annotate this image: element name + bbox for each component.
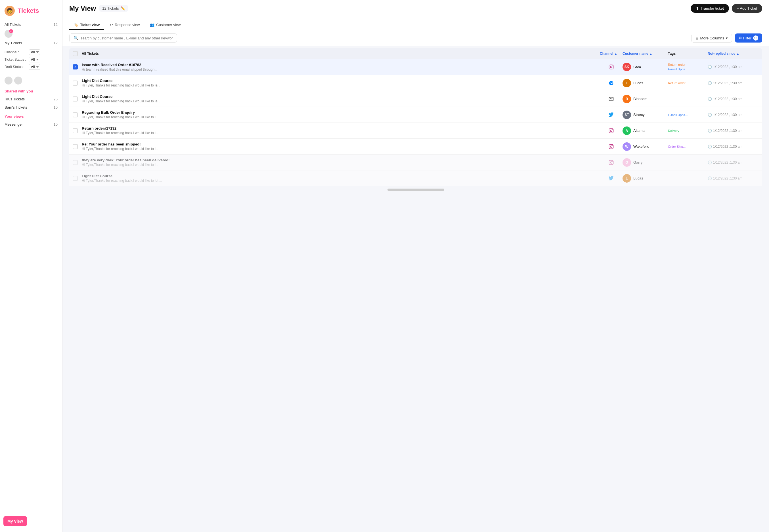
timestamp-value: 1/12/2022 ,1:30 am — [713, 81, 742, 85]
my-view-button[interactable]: My View — [3, 516, 27, 526]
search-input[interactable] — [81, 36, 173, 40]
sidebar-my-tickets-label: My Tickets — [5, 41, 22, 45]
channel-cell — [600, 111, 623, 119]
clock-icon: 🕐 — [708, 161, 712, 164]
channel-filter-label: Channel : — [5, 50, 27, 54]
filter-button[interactable]: ⧉ Filter 13 — [735, 33, 762, 43]
channel-icon-instagram — [607, 127, 615, 135]
select-all-checkbox[interactable] — [73, 51, 78, 56]
col-channel[interactable]: Channel ▲ — [600, 52, 623, 56]
row-checkbox[interactable] — [73, 176, 78, 181]
edit-icon[interactable]: ✏️ — [121, 6, 125, 10]
tags-cell: Order Ship... — [668, 144, 708, 149]
col-customer-name[interactable]: Customer name ▲ — [623, 52, 668, 56]
row-checkbox-wrap[interactable] — [73, 128, 82, 133]
your-views-label: Your views — [0, 111, 62, 120]
row-checkbox[interactable] — [73, 128, 78, 133]
table-header: All Tickets Channel ▲ Customer name ▲ Ta… — [69, 48, 762, 59]
tag-label: Return order — [668, 62, 708, 67]
col-customer-name-label: Customer name — [623, 52, 648, 56]
customer-cell: G Garry — [623, 158, 668, 167]
sidebar-item-messenger[interactable]: Messenger 10 — [0, 120, 62, 128]
sidebar: 🧑 Tickets All Tickets 12 13 My Tickets 1… — [0, 0, 62, 532]
svg-point-10 — [612, 145, 613, 145]
table-row[interactable]: Regarding Bulk Order Enquiry Hi Tyler,Th… — [69, 107, 762, 123]
tab-customer-view[interactable]: 👥 Customer view — [145, 20, 185, 30]
timestamp-value: 1/12/2022 ,1:30 am — [713, 145, 742, 149]
channel-cell — [600, 143, 623, 151]
clock-icon: 🕐 — [708, 97, 712, 101]
table-row[interactable]: Return order#17132 Hi Tyler,Thanks for r… — [69, 123, 762, 139]
response-view-icon: ↩ — [110, 23, 113, 27]
row-checkbox[interactable] — [73, 96, 78, 102]
svg-point-9 — [610, 146, 612, 147]
svg-rect-11 — [609, 160, 614, 164]
more-columns-button[interactable]: ⊞ More Columns ▾ — [691, 34, 732, 43]
more-columns-label: More Columns — [700, 36, 724, 40]
tab-response-view[interactable]: ↩ Response view — [105, 20, 144, 30]
channel-filter-select[interactable]: All — [29, 49, 40, 55]
channel-icon-messenger — [607, 79, 615, 87]
row-checkbox-wrap[interactable] — [73, 144, 82, 149]
table-row[interactable]: Light Diet Course Hi Tyler,Thanks for re… — [69, 170, 762, 186]
header-checkbox[interactable] — [73, 51, 82, 56]
row-checkbox[interactable] — [73, 81, 78, 86]
transfer-ticket-button[interactable]: ⬆ Transfer ticket — [691, 4, 729, 13]
timestamp-cell: 🕐 1/12/2022 ,1:30 am — [708, 161, 759, 164]
ticket-view-icon: 🏷️ — [74, 23, 78, 27]
row-checkbox-wrap[interactable] — [73, 96, 82, 102]
ticket-preview: Hi Tyler,Thanks for reaching back.I woul… — [82, 83, 178, 87]
topbar-left: My View 12 Tickets ✏️ — [69, 5, 128, 12]
columns-icon: ⊞ — [696, 36, 699, 40]
sidebar-header: 🧑 Tickets — [0, 3, 62, 20]
col-tags-label: Tags — [668, 52, 676, 56]
ticket-info: Light Diet Course Hi Tyler,Thanks for re… — [82, 94, 600, 103]
row-checkbox[interactable]: ✓ — [73, 64, 78, 69]
sidebar-item-rk-tickets[interactable]: RK's Tickets 25 — [0, 95, 62, 103]
row-checkbox-wrap[interactable]: ✓ — [73, 64, 82, 69]
ticket-status-select[interactable]: All — [29, 57, 40, 62]
svg-point-12 — [610, 162, 612, 163]
channel-cell — [600, 63, 623, 71]
customer-cell: A Allama — [623, 126, 668, 135]
horizontal-scrollbar[interactable] — [387, 189, 444, 191]
transfer-icon: ⬆ — [696, 6, 699, 10]
row-checkbox[interactable] — [73, 160, 78, 165]
timestamp-cell: 🕐 1/12/2022 ,1:30 am — [708, 65, 759, 69]
col-not-replied[interactable]: Not-replied since ▲ — [708, 52, 759, 56]
ticket-preview: Hi Tyler,Thanks for reaching back.I woul… — [82, 131, 178, 135]
rk-tickets-count: 25 — [54, 97, 58, 101]
my-tickets-count: 12 — [54, 41, 58, 45]
table-row[interactable]: Light Diet Course Hi Tyler,Thanks for re… — [69, 75, 762, 91]
svg-rect-8 — [609, 144, 614, 149]
tab-ticket-view[interactable]: 🏷️ Ticket view — [69, 20, 104, 30]
timestamp-value: 1/12/2022 ,1:30 am — [713, 176, 742, 180]
table-row[interactable]: Re: Your order has been shipped! Hi Tyle… — [69, 139, 762, 155]
row-checkbox[interactable] — [73, 112, 78, 117]
table-row[interactable]: they are very dark: Your order has been … — [69, 155, 762, 170]
add-ticket-button[interactable]: + Add Ticket — [732, 4, 762, 13]
sidebar-item-sam-tickets[interactable]: Sam's Tickets 10 — [0, 103, 62, 111]
shared-avatar-2 — [14, 77, 22, 85]
channel-cell — [600, 159, 623, 166]
row-checkbox[interactable] — [73, 144, 78, 149]
sidebar-item-my-tickets[interactable]: My Tickets 12 — [0, 39, 62, 47]
view-tabs: 🏷️ Ticket view ↩ Response view 👥 Custome… — [62, 17, 769, 30]
ticket-info: Re: Your order has been shipped! Hi Tyle… — [82, 142, 600, 151]
customer-view-label: Customer view — [156, 23, 180, 27]
row-checkbox-wrap[interactable] — [73, 112, 82, 117]
row-checkbox-wrap[interactable] — [73, 160, 82, 165]
table-row[interactable]: ✓ Issue with Received Order #16782 Hi te… — [69, 59, 762, 75]
row-checkbox-wrap[interactable] — [73, 176, 82, 181]
col-not-replied-label: Not-replied since — [708, 52, 735, 56]
search-box[interactable]: 🔍 — [69, 33, 177, 43]
sidebar-item-all-tickets[interactable]: All Tickets 12 — [0, 20, 62, 29]
table-row[interactable]: Light Diet Course Hi Tyler,Thanks for re… — [69, 91, 762, 107]
row-checkbox-wrap[interactable] — [73, 81, 82, 86]
draft-status-select[interactable]: All — [29, 64, 40, 70]
channel-cell — [600, 79, 623, 87]
customer-view-icon: 👥 — [150, 23, 154, 27]
customer-cell: W Wakefeild — [623, 142, 668, 151]
messenger-count: 10 — [54, 122, 58, 126]
channel-icon-instagram — [607, 63, 615, 71]
